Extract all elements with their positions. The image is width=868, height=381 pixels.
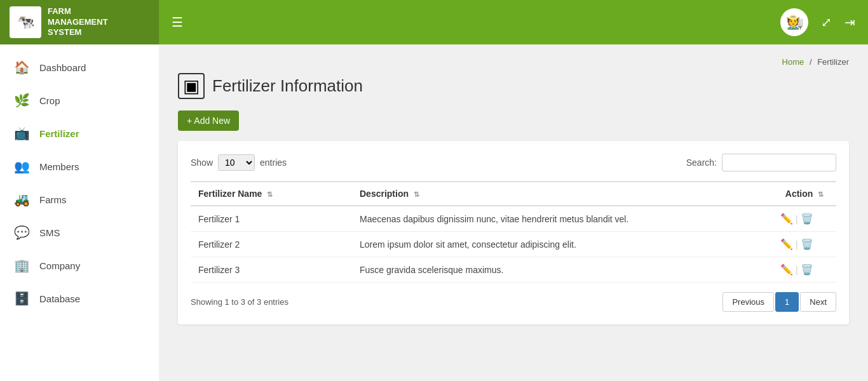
fertilizer-icon: 📺 xyxy=(13,126,31,141)
table-header-row: Fertilizer Name ⇅ Description ⇅ Action ⇅ xyxy=(191,182,836,206)
entries-select[interactable]: 10 25 50 100 xyxy=(218,154,255,171)
fertilizer-table: Fertilizer Name ⇅ Description ⇅ Action ⇅ xyxy=(191,181,836,283)
sidebar-label-farms: Farms xyxy=(39,194,67,205)
show-label: Show xyxy=(191,157,213,168)
page-title: Fertilizer Information xyxy=(212,76,363,96)
sidebar-label-members: Members xyxy=(39,161,79,172)
breadcrumb-current: Fertilizer xyxy=(817,57,849,67)
sidebar-item-fertilizer[interactable]: 📺 Fertilizer xyxy=(0,117,159,150)
cell-desc-1: Lorem ipsum dolor sit amet, consectetur … xyxy=(352,232,773,257)
breadcrumb-home[interactable]: Home xyxy=(782,57,804,67)
delete-button-1[interactable]: 🗑️ xyxy=(801,238,813,250)
page-1-button[interactable]: 1 xyxy=(775,292,799,312)
edit-button-2[interactable]: ✏️ xyxy=(780,264,793,276)
cell-name-1: Fertilizer 2 xyxy=(191,232,352,257)
cell-action-1: ✏️ | 🗑️ xyxy=(773,232,836,257)
members-icon: 👥 xyxy=(13,159,31,174)
sidebar-label-company: Company xyxy=(39,260,80,271)
show-entries: Show 10 25 50 100 entries xyxy=(191,154,287,171)
delete-button-0[interactable]: 🗑️ xyxy=(801,213,813,225)
sidebar-item-dashboard[interactable]: 🏠 Dashboard xyxy=(0,51,159,84)
pagination: Previous 1 Next xyxy=(722,292,836,312)
sms-icon: 💬 xyxy=(13,225,31,240)
sidebar-label-fertilizer: Fertilizer xyxy=(39,128,79,139)
table-footer: Showing 1 to 3 of 3 entries Previous 1 N… xyxy=(191,292,836,312)
sidebar-label-database: Database xyxy=(39,293,80,304)
farms-icon: 🚜 xyxy=(13,192,31,207)
cell-desc-0: Maecenas dapibus dignissim nunc, vitae h… xyxy=(352,206,773,232)
sort-icon-desc: ⇅ xyxy=(414,190,419,198)
menu-toggle[interactable]: ☰ xyxy=(172,15,183,30)
breadcrumb: Home / Fertilizer xyxy=(178,57,849,67)
sidebar-item-sms[interactable]: 💬 SMS xyxy=(0,216,159,249)
company-icon: 🏢 xyxy=(13,258,31,273)
delete-button-2[interactable]: 🗑️ xyxy=(801,264,813,276)
table-row: Fertilizer 3 Fusce gravida scelerisque m… xyxy=(191,257,836,283)
entries-label: entries xyxy=(260,157,287,168)
sidebar-item-crop[interactable]: 🌿 Crop xyxy=(0,84,159,117)
sidebar-item-database[interactable]: 🗄️ Database xyxy=(0,282,159,315)
sidebar-label-sms: SMS xyxy=(39,227,60,238)
user-avatar[interactable]: 🧑‍🌾 xyxy=(780,8,808,36)
expand-icon[interactable]: ⤢ xyxy=(821,15,832,30)
col-action: Action ⇅ xyxy=(773,182,836,206)
col-fertilizer-name[interactable]: Fertilizer Name ⇅ xyxy=(191,182,352,206)
sidebar-item-farms[interactable]: 🚜 Farms xyxy=(0,183,159,216)
topbar: ☰ 🧑‍🌾 ⤢ ⇥ xyxy=(159,0,868,44)
table-row: Fertilizer 2 Lorem ipsum dolor sit amet,… xyxy=(191,232,836,257)
cell-action-0: ✏️ | 🗑️ xyxy=(773,206,836,232)
table-container: Show 10 25 50 100 entries Search: xyxy=(178,141,849,324)
table-row: Fertilizer 1 Maecenas dapibus dignissim … xyxy=(191,206,836,232)
logo-icon: 🐄 xyxy=(10,6,41,38)
edit-button-1[interactable]: ✏️ xyxy=(780,238,793,250)
sidebar: 🐄 FARM MANAGEMENT SYSTEM 🏠 Dashboard 🌿 C… xyxy=(0,0,159,381)
cell-desc-2: Fusce gravida scelerisque maximus. xyxy=(352,257,773,283)
action-sep-1: | xyxy=(796,239,798,250)
action-sep-2: | xyxy=(796,265,798,275)
search-box: Search: xyxy=(686,154,836,171)
logo-area: 🐄 FARM MANAGEMENT SYSTEM xyxy=(0,0,159,44)
content-area: Home / Fertilizer ▣ Fertilizer Informati… xyxy=(159,44,868,381)
search-label: Search: xyxy=(686,157,717,168)
col-description[interactable]: Description ⇅ xyxy=(352,182,773,206)
main-area: ☰ 🧑‍🌾 ⤢ ⇥ Home / Fertilizer ▣ Fertilizer… xyxy=(159,0,868,381)
sidebar-label-crop: Crop xyxy=(39,95,60,106)
sidebar-nav: 🏠 Dashboard 🌿 Crop 📺 Fertilizer 👥 Member… xyxy=(0,44,159,381)
dashboard-icon: 🏠 xyxy=(13,60,31,75)
table-controls: Show 10 25 50 100 entries Search: xyxy=(191,154,836,171)
cell-name-0: Fertilizer 1 xyxy=(191,206,352,232)
action-sep-0: | xyxy=(796,214,798,224)
sidebar-label-dashboard: Dashboard xyxy=(39,62,86,73)
sidebar-item-members[interactable]: 👥 Members xyxy=(0,150,159,183)
showing-text: Showing 1 to 3 of 3 entries xyxy=(191,297,288,307)
database-icon: 🗄️ xyxy=(13,291,31,306)
sort-icon-action: ⇅ xyxy=(818,190,824,198)
add-new-button[interactable]: + Add New xyxy=(178,110,239,131)
cell-action-2: ✏️ | 🗑️ xyxy=(773,257,836,283)
page-title-icon: ▣ xyxy=(178,73,205,99)
sort-icon-name: ⇅ xyxy=(267,190,273,198)
search-input[interactable] xyxy=(722,154,836,171)
crop-icon: 🌿 xyxy=(13,93,31,108)
sidebar-item-company[interactable]: 🏢 Company xyxy=(0,249,159,282)
breadcrumb-separator: / xyxy=(810,57,812,67)
page-header: ▣ Fertilizer Information xyxy=(178,73,849,99)
previous-button[interactable]: Previous xyxy=(722,292,774,312)
logout-icon[interactable]: ⇥ xyxy=(844,15,855,30)
next-button[interactable]: Next xyxy=(800,292,836,312)
cell-name-2: Fertilizer 3 xyxy=(191,257,352,283)
app-name: FARM MANAGEMENT SYSTEM xyxy=(48,6,108,39)
edit-button-0[interactable]: ✏️ xyxy=(780,213,793,225)
topbar-actions: 🧑‍🌾 ⤢ ⇥ xyxy=(780,8,855,36)
